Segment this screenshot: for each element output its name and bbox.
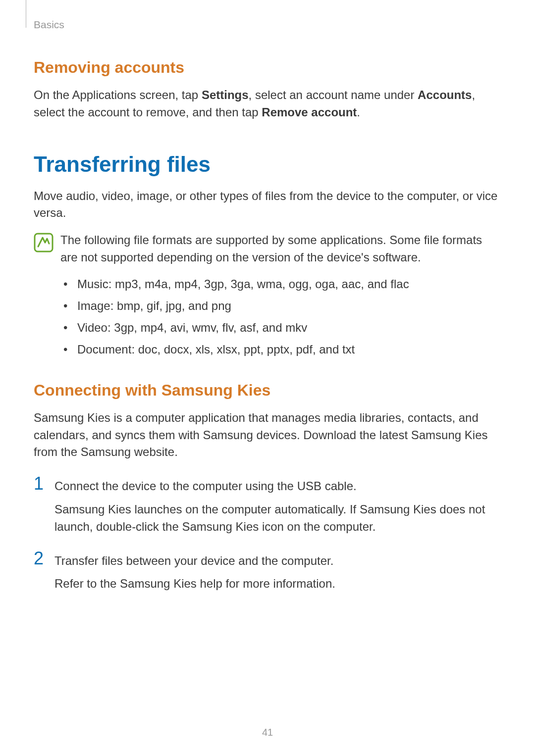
heading-removing-accounts: Removing accounts: [34, 58, 501, 77]
page-content: Removing accounts On the Applications sc…: [0, 0, 535, 593]
bold-settings: Settings: [202, 88, 249, 101]
list-item: Video: 3gp, mp4, avi, wmv, flv, asf, and…: [63, 319, 501, 337]
header-divider: [26, 0, 26, 28]
step-main-text: Connect the device to the computer using…: [54, 478, 501, 495]
bold-accounts: Accounts: [418, 88, 472, 101]
kies-intro: Samsung Kies is a computer application t…: [34, 409, 501, 461]
note-icon: [34, 233, 54, 252]
svg-rect-0: [35, 234, 53, 252]
step-main-text: Transfer files between your device and t…: [54, 553, 501, 570]
step-number: 1: [34, 475, 52, 493]
note-text: The following file formats are supported…: [60, 232, 501, 266]
step-2: 2 Transfer files between your device and…: [34, 550, 501, 593]
heading-samsung-kies: Connecting with Samsung Kies: [34, 381, 501, 400]
step-number: 2: [34, 550, 52, 567]
text-fragment: On the Applications screen, tap: [34, 88, 202, 101]
list-item: Document: doc, docx, xls, xlsx, ppt, ppt…: [63, 341, 501, 358]
removing-accounts-paragraph: On the Applications screen, tap Settings…: [34, 87, 501, 121]
bold-remove-account: Remove account: [262, 105, 357, 119]
list-item: Music: mp3, m4a, mp4, 3gp, 3ga, wma, ogg…: [63, 275, 501, 293]
heading-transferring-files: Transferring files: [34, 152, 501, 177]
step-sub-text: Samsung Kies launches on the computer au…: [54, 501, 501, 536]
step-body: Connect the device to the computer using…: [54, 475, 501, 535]
page-number: 41: [0, 727, 535, 738]
list-item: Image: bmp, gif, jpg, and png: [63, 297, 501, 315]
text-fragment: , select an account name under: [249, 88, 418, 101]
step-body: Transfer files between your device and t…: [54, 550, 501, 593]
file-formats-list: Music: mp3, m4a, mp4, 3gp, 3ga, wma, ogg…: [63, 275, 501, 358]
text-fragment: .: [357, 105, 360, 119]
transferring-intro: Move audio, video, image, or other types…: [34, 188, 501, 222]
note-block: The following file formats are supported…: [34, 232, 501, 266]
breadcrumb: Basics: [34, 19, 64, 31]
step-sub-text: Refer to the Samsung Kies help for more …: [54, 575, 501, 593]
step-1: 1 Connect the device to the computer usi…: [34, 475, 501, 535]
